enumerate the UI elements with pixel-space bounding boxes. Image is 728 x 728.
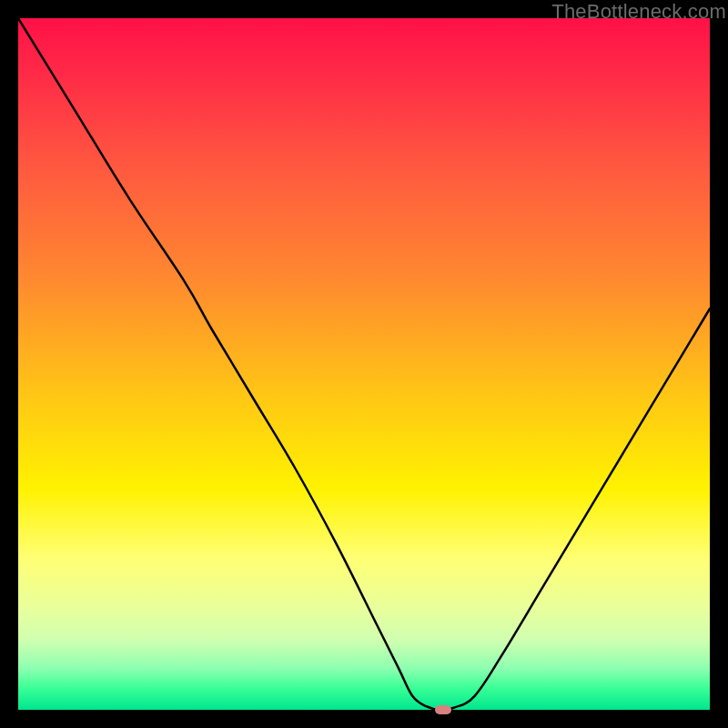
chart-container: TheBottleneck.com (0, 0, 728, 728)
optimum-marker (435, 705, 451, 714)
bottleneck-curve (18, 18, 710, 710)
watermark-text: TheBottleneck.com (551, 0, 726, 24)
plot-area (18, 18, 710, 710)
